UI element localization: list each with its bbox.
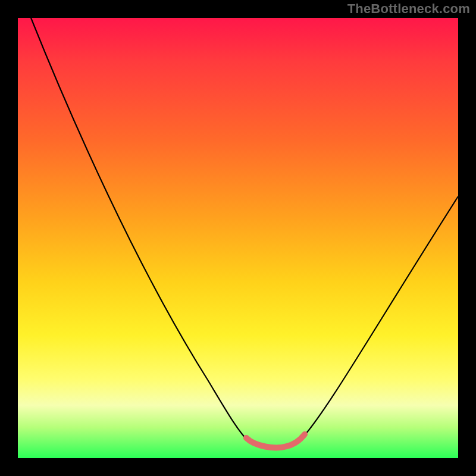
curve-svg	[18, 18, 458, 458]
curve-left-branch	[31, 18, 249, 441]
watermark-text: TheBottleneck.com	[347, 1, 470, 17]
chart-frame: TheBottleneck.com	[0, 0, 476, 476]
plot-area	[18, 18, 458, 458]
optimal-range-highlight	[246, 434, 305, 447]
curve-right-branch	[302, 196, 458, 438]
